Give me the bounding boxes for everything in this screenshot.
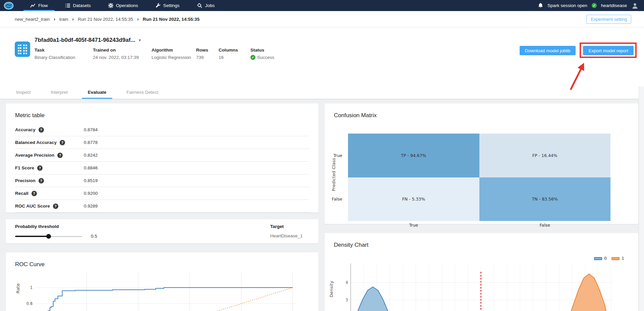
svg-text:0.8: 0.8 — [26, 301, 33, 306]
legend-item-1: 1 — [611, 256, 624, 261]
breadcrumb-bar: new_heart2_train›train›Run 21 Nov 2022, … — [0, 11, 644, 27]
density-series-1 — [547, 274, 610, 311]
help-icon[interactable]: ? — [37, 165, 43, 171]
threshold-slider[interactable] — [15, 234, 82, 239]
cm-cell-tn: TN - 83.56% — [479, 177, 611, 221]
nav-tab-operations[interactable]: Operations — [100, 0, 147, 11]
field-value-text: Binary Classification — [35, 55, 75, 60]
nav-tab-datasets[interactable]: Datasets — [57, 0, 100, 11]
wrench-icon — [156, 3, 161, 8]
confusion-matrix-title: Confusion Matrix — [325, 103, 638, 119]
cm-row-label: True — [325, 134, 345, 177]
cm-col-label: False — [479, 223, 611, 228]
cm-row-labels: TrueFalse — [325, 134, 345, 221]
cm-cell-fn: FN - 5.33% — [348, 177, 479, 221]
field-value-text: 739 — [196, 55, 204, 60]
breadcrumb-separator: › — [54, 16, 55, 22]
export-model-report-button[interactable]: Export model report — [583, 46, 634, 55]
field-value-text: 24 nov. 2022, 03:17:39 — [93, 55, 139, 60]
help-icon[interactable]: ? — [60, 140, 65, 145]
nav-tab-label: Jobs — [205, 3, 215, 8]
metric-value: 0.8778 — [84, 140, 98, 145]
cm-row-label: False — [325, 177, 345, 221]
evaluation-tabs: InspectInterpretEvaluateFairness Detect — [0, 86, 644, 99]
logo-icon — [4, 2, 14, 10]
roc-chart: 10.8 — [6, 268, 318, 311]
annotation-arrow — [566, 60, 592, 91]
metric-table-card: Metric table Accuracy?0.8784Balanced Acc… — [6, 103, 318, 213]
tab-evaluate[interactable]: Evaluate — [78, 86, 117, 99]
help-icon[interactable]: ? — [57, 153, 63, 158]
nav-tab-jobs[interactable]: Jobs — [188, 0, 224, 11]
spark-session-status: Spark session open — [547, 3, 587, 8]
metric-value: 0.8846 — [84, 165, 98, 170]
metric-label: Precision? — [15, 178, 44, 183]
threshold-title: Probabiliy threshold — [15, 224, 309, 229]
cm-col-label: True — [348, 223, 479, 228]
legend-item-0: 0 — [594, 256, 607, 261]
gear-search-icon — [197, 3, 202, 8]
help-icon[interactable]: ? — [39, 178, 44, 183]
flow-chart-icon — [30, 3, 36, 8]
help-icon[interactable]: ? — [39, 127, 44, 133]
field-value: Logistic Regression — [152, 55, 196, 60]
density-chart-title: Density Chart — [325, 233, 638, 248]
breadcrumb-item[interactable]: new_heart2_train — [15, 17, 50, 22]
nav-tab-flow[interactable]: Flow — [21, 0, 57, 11]
main-content: Metric table Accuracy?0.8784Balanced Acc… — [0, 99, 644, 311]
density-chart: 43 — [325, 262, 638, 311]
breadcrumb-item[interactable]: Run 21 Nov 2022, 14:55:35 — [143, 17, 200, 22]
metric-label: Recall? — [15, 191, 37, 196]
density-legend: 01 — [594, 256, 624, 261]
metric-table-title: Metric table — [6, 103, 318, 119]
field-value: 24 nov. 2022, 03:17:39 — [93, 55, 152, 60]
breadcrumb-item[interactable]: train — [59, 17, 68, 22]
nav-tab-label: Flow — [38, 3, 48, 8]
gear-icon — [108, 3, 113, 8]
metric-row: Precision?0.8519 — [15, 174, 309, 187]
metric-value: 0.8784 — [84, 127, 98, 132]
model-header-section: 7bfad0a1-b0df-405f-8471-96243d9af... ▼ T… — [0, 27, 644, 99]
download-model-joblib-button[interactable]: Download model joblib — [520, 46, 576, 55]
bell-icon[interactable] — [538, 3, 543, 8]
model-field-rows: Rows739 — [196, 48, 219, 60]
nav-tab-settings[interactable]: Settings — [147, 0, 188, 11]
metric-value: 0.9289 — [84, 204, 98, 209]
threshold-card: Probabiliy threshold 0.5 Target HeartDis… — [6, 219, 318, 243]
chevron-down-icon[interactable]: ▼ — [138, 38, 141, 42]
tab-interpret[interactable]: Interpret — [41, 86, 78, 99]
density-series-0 — [352, 287, 394, 311]
target-label: Target — [270, 224, 303, 229]
cm-cell-fp: FP - 16.44% — [479, 134, 611, 177]
success-check-icon: ✓ — [250, 55, 255, 60]
field-value: ✓Success — [250, 55, 291, 60]
threshold-value: 0.5 — [91, 234, 97, 239]
cm-cell-tp: TP - 94.67% — [348, 134, 479, 177]
svg-text:3: 3 — [346, 298, 348, 302]
slider-knob[interactable] — [46, 234, 51, 239]
field-label: Task — [35, 48, 93, 53]
field-value-text: 16 — [219, 55, 224, 60]
metric-label: Balanced Accuracy? — [15, 140, 65, 145]
field-label: Trained on — [93, 48, 152, 53]
experiment-setting-button[interactable]: Experiment setting — [586, 15, 631, 24]
user-avatar[interactable] — [631, 2, 639, 9]
dataiku-logo[interactable] — [2, 0, 15, 11]
metric-rows: Accuracy?0.8784Balanced Accuracy?0.8778A… — [6, 119, 318, 213]
model-grid-icon — [15, 42, 30, 57]
field-value-text: Logistic Regression — [152, 55, 191, 60]
field-value-text: Success — [257, 55, 274, 60]
metric-row: F1 Score?0.8846 — [15, 162, 309, 174]
model-field-columns: Columns16 — [219, 48, 250, 60]
metric-row: Recall?0.9200 — [15, 187, 309, 200]
breadcrumb-separator: › — [137, 16, 139, 22]
tab-fairness-detect[interactable]: Fairness Detect — [116, 86, 168, 99]
model-summary-fields: TaskBinary ClassificationTrained on24 no… — [35, 48, 291, 60]
help-icon[interactable]: ? — [32, 191, 37, 196]
roc-curve-title: ROC Curve — [6, 252, 318, 268]
session-ok-icon: ✓ — [592, 3, 597, 8]
tab-inspect[interactable]: Inspect — [6, 86, 41, 99]
metric-value: 0.8242 — [84, 153, 98, 158]
help-icon[interactable]: ? — [53, 204, 58, 209]
breadcrumb-item[interactable]: Run 21 Nov 2022, 14:55:35 — [78, 17, 133, 22]
